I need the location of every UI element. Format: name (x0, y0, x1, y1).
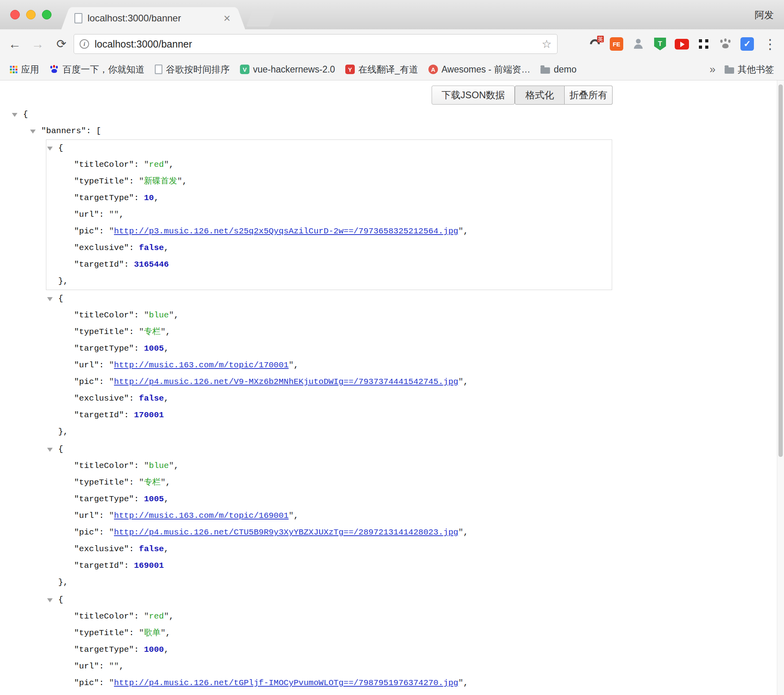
json-line: }, (46, 273, 612, 290)
extension-green-shield-icon[interactable]: T (653, 37, 667, 51)
bookmark-demo-folder[interactable]: demo (536, 61, 581, 78)
json-punctuation: , (119, 662, 124, 671)
json-link[interactable]: http://music.163.com/m/topic/169001 (114, 511, 289, 520)
other-bookmarks-folder[interactable]: 其他书签 (720, 61, 778, 78)
json-line: "exclusive": false, (46, 240, 612, 256)
forward-button[interactable]: → (29, 35, 47, 53)
download-json-button[interactable]: 下载JSON数据 (432, 86, 515, 105)
format-button[interactable]: 格式化 (515, 86, 565, 105)
json-punctuation: : (124, 561, 134, 570)
json-link[interactable]: http://p4.music.126.net/tGPljf-IMOCyPvum… (114, 678, 459, 687)
json-link[interactable]: http://p4.music.126.net/CTU5B9R9y3XyYBZX… (114, 528, 459, 537)
json-line: "typeTitle": "新碟首发", (46, 173, 612, 190)
json-line: "targetType": 10, (46, 190, 612, 206)
json-key: "targetType" (74, 495, 134, 504)
address-bar[interactable]: i localhost:3000/banner ☆ (74, 34, 558, 54)
new-tab-button[interactable] (246, 10, 276, 27)
bookmark-label: 其他书签 (738, 63, 774, 76)
json-line: { (46, 592, 612, 608)
json-quote: " (114, 662, 119, 671)
json-quote: " (164, 612, 169, 621)
extension-translate-icon[interactable]: 英 (588, 37, 602, 51)
page-info-icon[interactable]: i (80, 39, 89, 49)
bookmarks-overflow-icon[interactable]: » (706, 63, 719, 76)
scrollbar-thumb[interactable] (778, 84, 783, 457)
json-punctuation: , (169, 612, 174, 621)
collapse-triangle-icon[interactable] (47, 598, 53, 602)
back-button[interactable]: ← (6, 35, 24, 53)
json-value: 新碟首发 (144, 177, 177, 186)
json-quote: " (109, 210, 114, 219)
zoom-window-button[interactable] (42, 10, 51, 19)
json-line: }, (46, 574, 612, 591)
vue-favicon-icon: V (240, 65, 249, 74)
extension-fe-icon[interactable]: FE (609, 37, 624, 51)
json-value: red (149, 160, 164, 169)
collapse-triangle-icon[interactable] (47, 448, 53, 452)
json-link[interactable]: http://music.163.com/m/topic/170001 (114, 361, 289, 370)
browser-tab[interactable]: localhost:3000/banner × (70, 7, 236, 29)
collapse-triangle-icon[interactable] (47, 147, 53, 151)
json-line: "exclusive": false (46, 691, 612, 695)
json-quote: " (144, 160, 149, 169)
json-punctuation: , (164, 394, 169, 403)
bookmark-google-sort[interactable]: 谷歌按时间排序 (150, 61, 234, 78)
profile-name[interactable]: 阿发 (755, 9, 774, 21)
json-key: "pic" (74, 678, 99, 687)
collapse-triangle-icon[interactable] (12, 113, 17, 117)
json-line: "banners": [ (0, 123, 776, 139)
browser-menu-icon[interactable]: ⋮ (762, 37, 778, 51)
json-line: "targetId": 169001 (46, 558, 612, 574)
json-quote: " (139, 478, 144, 487)
translate-badge: 英 (597, 36, 604, 42)
json-link[interactable]: http://p3.music.126.net/s25q2x5QyqsAzilC… (114, 227, 459, 236)
folder-icon (725, 67, 734, 74)
json-quote: " (458, 227, 463, 236)
close-window-button[interactable] (10, 10, 20, 19)
json-object-block: {"titleColor": "red","typeTitle": "歌单","… (46, 591, 612, 695)
json-quote: " (109, 662, 114, 671)
json-value: blue (149, 311, 169, 320)
youdao-favicon-icon: Y (345, 65, 355, 74)
bookmark-youdao[interactable]: Y 在线翻译_有道 (341, 61, 422, 78)
minimize-window-button[interactable] (26, 10, 36, 19)
json-line: "exclusive": false, (46, 390, 612, 407)
json-punctuation: , (166, 478, 171, 487)
bookmark-awesomes[interactable]: A Awesomes - 前端资… (424, 61, 535, 78)
json-punctuation: : (134, 344, 144, 353)
collapse-all-button[interactable]: 折叠所有 (565, 86, 613, 105)
reload-button[interactable]: ⟳ (52, 35, 70, 53)
json-value: 专栏 (144, 478, 160, 487)
bookmark-label: 谷歌按时间排序 (166, 63, 230, 76)
json-line: "typeTitle": "歌单", (46, 625, 612, 642)
bookmark-baidu[interactable]: 百度一下，你就知道 (45, 61, 149, 78)
json-value: 169001 (134, 561, 164, 570)
json-value: false (139, 544, 164, 554)
window-controls (10, 10, 51, 19)
json-value: 歌单 (144, 628, 160, 638)
extension-profile-icon[interactable] (631, 37, 645, 51)
json-line: "targetId": 3165446 (46, 256, 612, 273)
bookmark-vue-hackernews[interactable]: V vue-hackernews-2.0 (236, 61, 339, 78)
json-link[interactable]: http://p4.music.126.net/V9-MXz6b2MNhEKju… (114, 377, 459, 386)
bookmark-star-icon[interactable]: ☆ (542, 38, 552, 51)
navigation-bar: ← → ⟳ i localhost:3000/banner ☆ 英 FE T ✓ (0, 29, 784, 59)
json-quote: " (458, 528, 463, 537)
tab-close-icon[interactable]: × (222, 12, 232, 24)
json-key: "url" (74, 210, 99, 219)
extension-check-icon[interactable]: ✓ (740, 37, 754, 51)
json-quote: " (109, 678, 114, 687)
json-key: "titleColor" (74, 311, 134, 320)
collapse-triangle-icon[interactable] (47, 297, 53, 301)
json-quote: " (109, 528, 114, 537)
bookmark-apps[interactable]: 应用 (6, 61, 44, 78)
json-punctuation: : (134, 311, 144, 320)
json-key: "targetType" (74, 645, 134, 654)
extension-paw-icon[interactable] (718, 37, 733, 51)
extension-youtube-icon[interactable] (675, 37, 689, 51)
scrollbar[interactable] (777, 80, 784, 695)
collapse-triangle-icon[interactable] (30, 130, 36, 134)
extension-qrcode-icon[interactable] (696, 37, 711, 51)
json-line: "url": "http://music.163.com/m/topic/169… (46, 508, 612, 524)
json-line: "pic": "http://p4.music.126.net/tGPljf-I… (46, 675, 612, 691)
